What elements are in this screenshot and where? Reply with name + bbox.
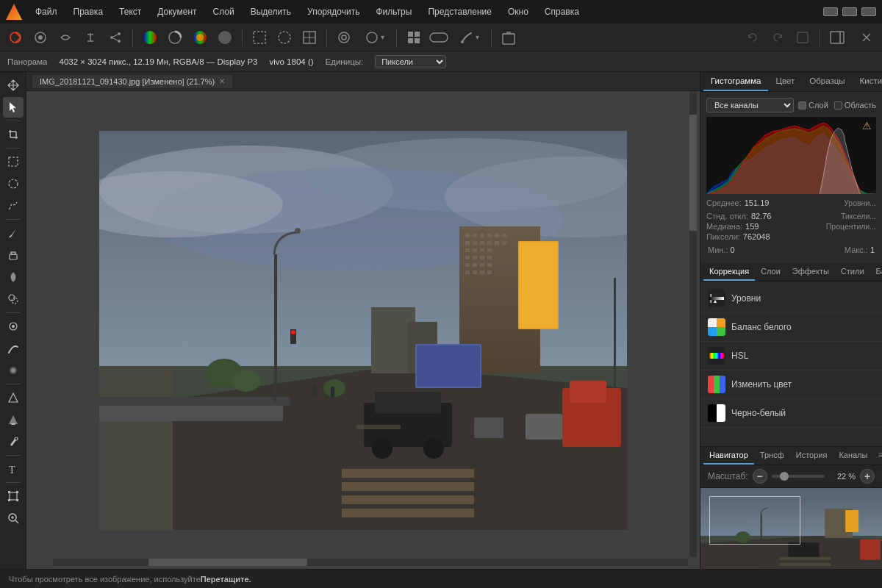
svg-rect-98 xyxy=(487,270,492,274)
toolbar-delete[interactable] xyxy=(498,27,520,48)
tool-freehand[interactable] xyxy=(3,196,24,216)
menu-edit[interactable]: Правка xyxy=(66,4,111,20)
nav-tab-channels[interactable]: Каналы xyxy=(833,447,873,465)
adj-tab-layers[interactable]: Слои xyxy=(755,263,786,281)
tool-erase[interactable] xyxy=(3,245,24,265)
canvas-tab-close[interactable]: ✕ xyxy=(219,77,225,85)
tool-paint[interactable] xyxy=(3,267,24,287)
adj-levels[interactable]: Уровни xyxy=(700,284,882,313)
menu-help[interactable]: Справка xyxy=(537,4,587,20)
nav-tab-history[interactable]: История xyxy=(790,447,833,465)
toolbar-export[interactable] xyxy=(79,27,101,48)
adj-bw[interactable]: Черно-белый xyxy=(700,399,882,428)
toolbar-redo[interactable] xyxy=(767,27,789,48)
tool-zoom[interactable] xyxy=(3,508,24,528)
toolbar-refine[interactable] xyxy=(298,27,320,48)
toolbar-undo[interactable] xyxy=(742,27,764,48)
toolbar-color-picker-tool[interactable] xyxy=(189,27,211,48)
nav-panel-more[interactable]: ≡ xyxy=(873,447,882,465)
link-percent[interactable]: Процентили... xyxy=(826,222,876,231)
toolbar-liquify[interactable] xyxy=(54,27,76,48)
menu-text[interactable]: Текст xyxy=(112,4,148,20)
canvas-scroll[interactable] xyxy=(26,91,700,569)
minimize-button[interactable] xyxy=(823,7,838,16)
tool-select-rect[interactable] xyxy=(3,151,24,172)
tool-pointer[interactable] xyxy=(3,97,24,118)
toolbar-color-wheel[interactable] xyxy=(139,27,161,48)
channel-select[interactable]: Все каналы xyxy=(706,98,794,112)
vscroll-thumb[interactable] xyxy=(689,115,697,232)
tool-crop[interactable] xyxy=(3,124,24,145)
tab-brushes[interactable]: Кисти xyxy=(853,72,882,91)
link-curves[interactable]: Тиксели... xyxy=(841,212,876,220)
menu-layer[interactable]: Слой xyxy=(206,4,242,20)
tool-blur[interactable] xyxy=(3,360,24,381)
adj-tab-correction[interactable]: Коррекция xyxy=(703,263,755,281)
units-select[interactable]: Пиксели Дюймы Сантиметры Миллиметры xyxy=(375,55,446,68)
adj-vibrance[interactable]: Изменить цвет xyxy=(700,370,882,399)
area-checkbox[interactable] xyxy=(834,101,842,110)
canvas-tab: IMG_20181121_091430.jpg [Изменено] (21.7… xyxy=(26,72,700,91)
zoom-thumb[interactable] xyxy=(780,472,789,481)
nav-tab-transform[interactable]: Трнсф xyxy=(754,447,790,465)
toolbar-blob[interactable] xyxy=(214,27,236,48)
toolbar-crop-dropdown[interactable]: ▾ xyxy=(358,27,390,48)
tool-colorpicker[interactable] xyxy=(3,431,24,452)
link-levels[interactable]: Уровни... xyxy=(844,198,876,207)
area-check[interactable]: Область xyxy=(834,101,876,110)
title-bar: Файл Правка Текст Документ Слой Выделить… xyxy=(0,0,882,24)
adj-tab-effects[interactable]: Эффекты xyxy=(786,263,835,281)
tab-histogram[interactable]: Гистограмма xyxy=(703,72,768,91)
toolbar-panel-toggle[interactable] xyxy=(826,27,848,48)
median-label: Медиана: xyxy=(706,222,742,231)
tool-smudge[interactable] xyxy=(3,338,24,359)
menu-arrange[interactable]: Упорядочить xyxy=(300,4,367,20)
close-button[interactable] xyxy=(861,7,876,16)
toolbar-selection-ellipse[interactable] xyxy=(273,27,295,48)
tool-brush[interactable] xyxy=(3,223,24,243)
hscroll-thumb[interactable] xyxy=(148,559,307,566)
tab-swatches[interactable]: Образцы xyxy=(802,72,852,91)
toolbar-close-tab[interactable] xyxy=(856,27,878,48)
toolbar-share[interactable] xyxy=(104,27,126,48)
toolbar-crop[interactable] xyxy=(333,27,355,48)
menu-filters[interactable]: Фильтры xyxy=(368,4,419,20)
toolbar-selection-rect[interactable] xyxy=(248,27,270,48)
toolbar-brush[interactable]: ▾ xyxy=(453,27,485,48)
toolbar-panorama[interactable] xyxy=(428,27,450,48)
toolbar-something[interactable] xyxy=(792,27,814,48)
toolbar-persona-photo[interactable] xyxy=(4,27,26,48)
zoom-plus-button[interactable]: + xyxy=(860,469,875,484)
tool-clone[interactable] xyxy=(3,289,24,309)
menu-view[interactable]: Представление xyxy=(420,4,499,20)
adj-hsl[interactable]: HSL xyxy=(700,342,882,370)
nav-tab-navigator[interactable]: Навигатор xyxy=(703,447,754,465)
adj-white-balance[interactable]: Баланс белого xyxy=(700,313,882,342)
toolbar-develop[interactable] xyxy=(29,27,51,48)
tool-dodge[interactable] xyxy=(3,387,24,408)
menu-window[interactable]: Окно xyxy=(501,4,536,20)
tool-transform[interactable] xyxy=(3,486,24,506)
tool-redeve[interactable] xyxy=(3,316,24,337)
zoom-track[interactable] xyxy=(772,475,825,478)
tab-color[interactable]: Цвет xyxy=(768,72,802,91)
maximize-button[interactable] xyxy=(842,7,857,16)
tool-text[interactable]: T xyxy=(3,459,24,479)
adj-tab-bank[interactable]: Банк xyxy=(870,263,882,281)
menu-file[interactable]: Файл xyxy=(28,4,65,20)
menu-document[interactable]: Документ xyxy=(150,4,204,20)
toolbar-grid[interactable] xyxy=(403,27,425,48)
adj-tab-styles[interactable]: Стили xyxy=(835,263,870,281)
vertical-scrollbar[interactable] xyxy=(689,91,697,557)
menu-select[interactable]: Выделить xyxy=(243,4,298,20)
tool-select-ellipse[interactable] xyxy=(3,173,24,194)
svg-rect-157 xyxy=(845,510,858,532)
tool-move[interactable] xyxy=(3,75,24,96)
zoom-minus-button[interactable]: − xyxy=(753,469,767,484)
toolbar-levels[interactable] xyxy=(164,27,186,48)
tool-burn[interactable] xyxy=(3,409,24,430)
horizontal-scrollbar[interactable] xyxy=(53,559,688,566)
layer-check[interactable]: Слой xyxy=(798,101,828,110)
canvas-tab-item[interactable]: IMG_20181121_091430.jpg [Изменено] (21.7… xyxy=(32,75,232,88)
layer-checkbox[interactable] xyxy=(798,101,806,110)
